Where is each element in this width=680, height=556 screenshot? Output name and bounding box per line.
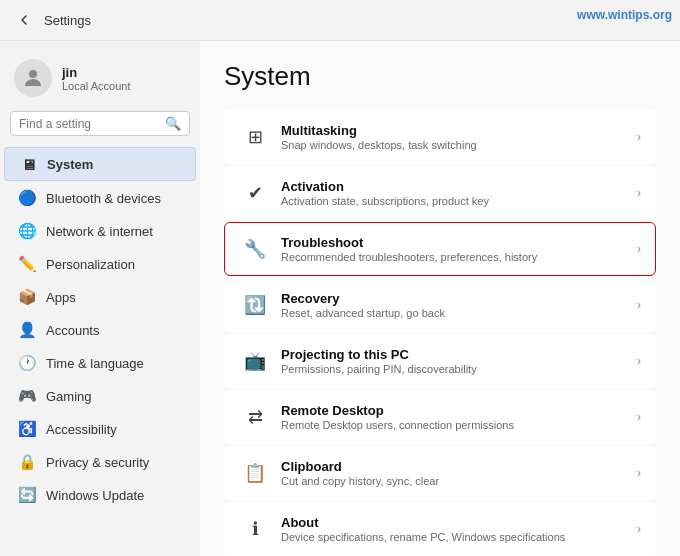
chevron-icon-recovery: › [637,298,641,312]
settings-text-recovery: Recovery Reset, advanced startup, go bac… [281,291,637,319]
sidebar-item-time[interactable]: 🕐 Time & language [4,347,196,379]
settings-text-multitasking: Multitasking Snap windows, desktops, tas… [281,123,637,151]
chevron-icon-projecting: › [637,354,641,368]
settings-item-projecting[interactable]: 📺 Projecting to this PC Permissions, pai… [224,334,656,388]
settings-text-about: About Device specifications, rename PC, … [281,515,637,543]
search-box[interactable]: 🔍 [10,111,190,136]
nav-label-accounts: Accounts [46,323,99,338]
user-type: Local Account [62,80,131,92]
settings-text-projecting: Projecting to this PC Permissions, pairi… [281,347,637,375]
nav-label-accessibility: Accessibility [46,422,117,437]
settings-title-troubleshoot: Troubleshoot [281,235,637,250]
sidebar-item-system[interactable]: 🖥 System [4,147,196,181]
settings-title-activation: Activation [281,179,637,194]
settings-title-recovery: Recovery [281,291,637,306]
settings-desc-recovery: Reset, advanced startup, go back [281,307,637,319]
settings-item-multitasking[interactable]: ⊞ Multitasking Snap windows, desktops, t… [224,110,656,164]
settings-icon-clipboard: 📋 [239,457,271,489]
settings-desc-multitasking: Snap windows, desktops, task switching [281,139,637,151]
search-input[interactable] [19,117,159,131]
search-icon: 🔍 [165,116,181,131]
user-info: jin Local Account [62,65,131,92]
page-title: System [224,61,656,92]
chevron-icon-multitasking: › [637,130,641,144]
settings-icon-projecting: 📺 [239,345,271,377]
settings-title-projecting: Projecting to this PC [281,347,637,362]
nav-icon-apps: 📦 [18,288,36,306]
nav-label-time: Time & language [46,356,144,371]
nav-icon-personalization: ✏️ [18,255,36,273]
settings-icon-remotedesktop: ⇄ [239,401,271,433]
settings-item-troubleshoot[interactable]: 🔧 Troubleshoot Recommended troubleshoote… [224,222,656,276]
settings-icon-multitasking: ⊞ [239,121,271,153]
settings-icon-about: ℹ [239,513,271,545]
avatar [14,59,52,97]
nav-label-bluetooth: Bluetooth & devices [46,191,161,206]
nav-icon-time: 🕐 [18,354,36,372]
nav-icon-system: 🖥 [19,155,37,173]
nav-label-network: Network & internet [46,224,153,239]
sidebar-item-privacy[interactable]: 🔒 Privacy & security [4,446,196,478]
back-button[interactable] [12,8,36,32]
settings-desc-about: Device specifications, rename PC, Window… [281,531,637,543]
settings-icon-troubleshoot: 🔧 [239,233,271,265]
nav-icon-privacy: 🔒 [18,453,36,471]
settings-item-remotedesktop[interactable]: ⇄ Remote Desktop Remote Desktop users, c… [224,390,656,444]
chevron-icon-troubleshoot: › [637,242,641,256]
chevron-icon-activation: › [637,186,641,200]
title-bar: Settings [0,0,680,41]
user-icon [21,66,45,90]
nav-label-system: System [47,157,93,172]
settings-text-activation: Activation Activation state, subscriptio… [281,179,637,207]
user-section: jin Local Account [0,49,200,111]
nav-label-privacy: Privacy & security [46,455,149,470]
sidebar-item-personalization[interactable]: ✏️ Personalization [4,248,196,280]
sidebar-item-network[interactable]: 🌐 Network & internet [4,215,196,247]
settings-text-troubleshoot: Troubleshoot Recommended troubleshooters… [281,235,637,263]
nav-list: 🖥 System 🔵 Bluetooth & devices 🌐 Network… [0,146,200,512]
settings-title-clipboard: Clipboard [281,459,637,474]
settings-title-remotedesktop: Remote Desktop [281,403,637,418]
settings-title-multitasking: Multitasking [281,123,637,138]
sidebar-item-accounts[interactable]: 👤 Accounts [4,314,196,346]
settings-desc-projecting: Permissions, pairing PIN, discoverabilit… [281,363,637,375]
nav-icon-accounts: 👤 [18,321,36,339]
nav-icon-accessibility: ♿ [18,420,36,438]
user-name: jin [62,65,131,80]
nav-icon-bluetooth: 🔵 [18,189,36,207]
chevron-icon-remotedesktop: › [637,410,641,424]
title-bar-text: Settings [44,13,91,28]
nav-label-personalization: Personalization [46,257,135,272]
settings-item-activation[interactable]: ✔ Activation Activation state, subscript… [224,166,656,220]
back-icon [18,14,30,26]
nav-label-apps: Apps [46,290,76,305]
sidebar-item-bluetooth[interactable]: 🔵 Bluetooth & devices [4,182,196,214]
settings-desc-troubleshoot: Recommended troubleshooters, preferences… [281,251,637,263]
content-area: System ⊞ Multitasking Snap windows, desk… [200,41,680,556]
nav-label-windowsupdate: Windows Update [46,488,144,503]
chevron-icon-clipboard: › [637,466,641,480]
sidebar-item-gaming[interactable]: 🎮 Gaming [4,380,196,412]
settings-desc-remotedesktop: Remote Desktop users, connection permiss… [281,419,637,431]
settings-item-clipboard[interactable]: 📋 Clipboard Cut and copy history, sync, … [224,446,656,500]
settings-desc-activation: Activation state, subscriptions, product… [281,195,637,207]
chevron-icon-about: › [637,522,641,536]
settings-title-about: About [281,515,637,530]
svg-point-0 [29,70,37,78]
settings-text-remotedesktop: Remote Desktop Remote Desktop users, con… [281,403,637,431]
nav-label-gaming: Gaming [46,389,92,404]
sidebar-item-windowsupdate[interactable]: 🔄 Windows Update [4,479,196,511]
settings-desc-clipboard: Cut and copy history, sync, clear [281,475,637,487]
sidebar-item-apps[interactable]: 📦 Apps [4,281,196,313]
settings-item-recovery[interactable]: 🔃 Recovery Reset, advanced startup, go b… [224,278,656,332]
settings-icon-activation: ✔ [239,177,271,209]
settings-item-about[interactable]: ℹ About Device specifications, rename PC… [224,502,656,556]
nav-icon-gaming: 🎮 [18,387,36,405]
settings-text-clipboard: Clipboard Cut and copy history, sync, cl… [281,459,637,487]
nav-icon-windowsupdate: 🔄 [18,486,36,504]
settings-list: ⊞ Multitasking Snap windows, desktops, t… [224,110,656,556]
sidebar: jin Local Account 🔍 🖥 System 🔵 Bluetooth… [0,41,200,556]
sidebar-item-accessibility[interactable]: ♿ Accessibility [4,413,196,445]
settings-icon-recovery: 🔃 [239,289,271,321]
nav-icon-network: 🌐 [18,222,36,240]
